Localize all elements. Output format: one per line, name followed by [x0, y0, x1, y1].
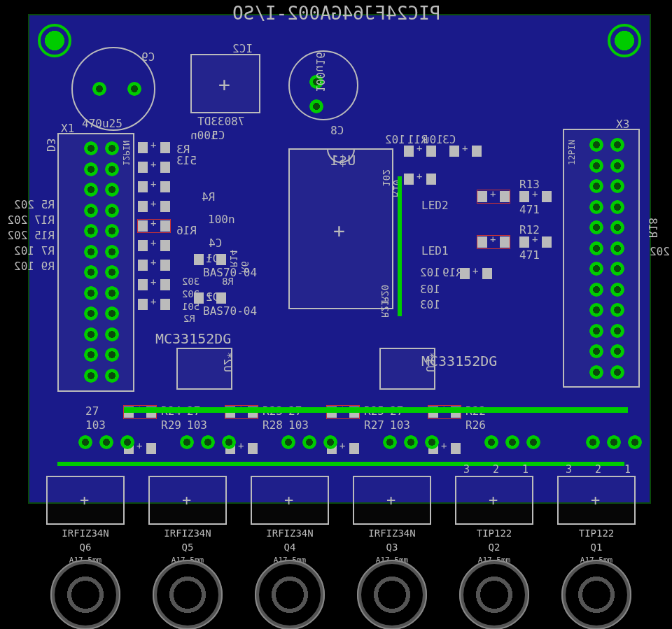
- smd: +: [138, 181, 170, 193]
- smd-r11: +: [404, 145, 436, 157]
- r18-val: 202: [650, 245, 670, 258]
- trace-icon: [124, 407, 628, 413]
- r4-ref: R4: [202, 190, 215, 204]
- d2-ref: D2: [206, 290, 219, 304]
- c9-ref: C9: [141, 50, 155, 64]
- pad-icon: [589, 138, 603, 152]
- u2-part: MC33152DG: [155, 330, 231, 347]
- left-resistor-label: R7 102: [0, 244, 55, 257]
- plus-icon: +: [333, 220, 345, 243]
- center-ic-outline: +: [288, 148, 393, 309]
- r2s0-val: 302: [182, 276, 200, 287]
- c9-value: 470u25: [82, 117, 122, 130]
- plus-icon: +: [218, 73, 230, 97]
- left-resistor-label: R17 202: [0, 213, 55, 227]
- r18-ref: R18: [646, 218, 659, 238]
- pad-icon: [84, 369, 98, 383]
- smd: +: [138, 298, 170, 311]
- pad-icon: [589, 241, 603, 255]
- c4-ref: C4: [209, 236, 222, 250]
- x3-ref: X3: [616, 118, 629, 131]
- u2-ref: U2*: [221, 352, 234, 372]
- pad-icon: [484, 435, 498, 449]
- pad-icon: [425, 435, 439, 449]
- transistor-ref: Q1: [552, 542, 641, 553]
- transistor-pad-triple: [281, 435, 337, 449]
- smd-r16: +: [138, 220, 170, 232]
- transistor-pins: 3 2 1: [566, 463, 639, 476]
- pad-icon: [589, 262, 603, 276]
- pad-icon: [610, 138, 624, 152]
- pad-icon: [589, 324, 603, 338]
- plus-icon: +: [489, 491, 498, 509]
- x1-pins: 12PIN: [121, 141, 131, 166]
- transistor-body: +: [148, 476, 227, 525]
- mounting-hole-icon: [38, 24, 71, 57]
- pad-icon: [526, 435, 540, 449]
- transistor-body: +: [46, 476, 125, 525]
- pad-icon: [586, 435, 600, 449]
- pad-icon: [610, 303, 624, 317]
- pad-icon: [84, 245, 98, 259]
- pad-icon: [105, 245, 119, 259]
- pad-icon: [404, 435, 418, 449]
- pad-icon: [589, 283, 603, 297]
- gate-bot-val: 103: [187, 418, 207, 432]
- plus-icon: +: [182, 491, 191, 509]
- transistor-body: +: [251, 476, 329, 525]
- r6-ref: R6: [239, 261, 251, 273]
- x1-ref: X1: [61, 122, 74, 135]
- left-resistor-label: R5 202: [0, 198, 55, 211]
- smd-led2: +: [477, 190, 510, 203]
- led2-ref: LED2: [421, 199, 449, 212]
- pad-icon: [281, 435, 295, 449]
- gate-bot-val: 103: [85, 418, 106, 432]
- r8-ref: R8: [222, 276, 234, 287]
- x1-pad-row: [84, 141, 98, 383]
- plus-icon: +: [284, 491, 293, 509]
- transistor-ref: Q5: [143, 542, 232, 553]
- pad-icon: [84, 204, 98, 218]
- d1-ref: D1: [206, 252, 219, 265]
- pad-icon: [78, 435, 92, 449]
- heatsink-icon: [255, 560, 325, 629]
- gate-ref: R28: [262, 418, 283, 432]
- mcu-part-label: PIC24FJ64GA002-I/SO: [232, 3, 440, 24]
- pad-icon: [610, 262, 624, 276]
- r20-val: 103: [420, 283, 440, 296]
- c3-ref: C3: [442, 133, 456, 146]
- pad-icon: [127, 82, 141, 96]
- pad-icon: [84, 348, 98, 362]
- transistor-pad-triple: [78, 435, 134, 449]
- transistor-part: IRFIZ34N: [245, 528, 335, 539]
- r10-val: 102: [381, 169, 392, 187]
- pad-icon: [84, 141, 98, 155]
- trace-icon: [57, 462, 624, 466]
- heatsink-icon: [561, 560, 631, 629]
- pad-icon: [610, 200, 624, 214]
- pad-icon: [610, 344, 624, 358]
- heatsink-icon: [357, 560, 427, 629]
- transistor-part: TIP122: [552, 528, 641, 539]
- x3-pad-row2: [610, 138, 624, 379]
- smd-r10: +: [404, 173, 436, 185]
- transistor-pad-triple: [180, 435, 236, 449]
- pad-icon: [222, 435, 236, 449]
- r13-val: 471: [519, 203, 540, 216]
- transistor-part: IRFIZ34N: [41, 528, 130, 539]
- pad-icon: [589, 159, 603, 173]
- plus-icon: +: [386, 491, 396, 509]
- gate-top-val: 27: [85, 404, 99, 418]
- r2-ref: R2: [183, 313, 195, 324]
- pcb-board: PIC24FJ64GA002-I/SO C9 470u25 C8 100u16 …: [28, 14, 651, 504]
- pad-icon: [302, 435, 316, 449]
- ic2-ref: IC2: [232, 42, 253, 55]
- r12-val: 471: [519, 248, 540, 262]
- r21-ref: R21: [379, 300, 391, 318]
- smd: +: [138, 239, 170, 252]
- center-ic-ref: U$1: [330, 152, 356, 169]
- pad-icon: [610, 324, 624, 338]
- pad-icon: [120, 435, 134, 449]
- r19-val: 102: [420, 266, 440, 279]
- transistor-ref: Q4: [245, 542, 335, 553]
